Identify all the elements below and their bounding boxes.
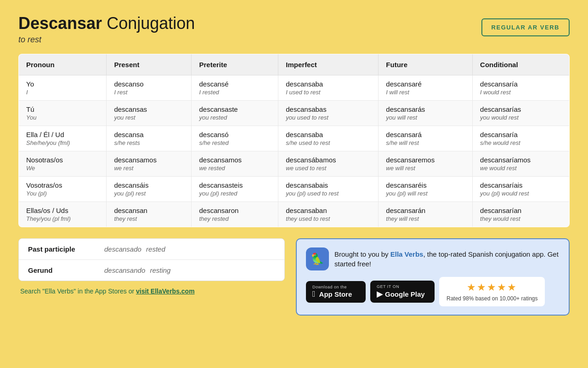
cell-sub-text: you would rest — [480, 114, 562, 121]
page-header: Descansar Conjugation to rest REGULAR AR… — [18, 14, 570, 45]
cell-main-text: descansábamos — [286, 156, 371, 164]
ella-verbs-brand-link[interactable]: Ella Verbs — [390, 250, 424, 258]
cell-sub-text: s/he used to rest — [286, 139, 371, 146]
cell-main-text: descansaron — [199, 207, 271, 214]
cell-sub-text: you (pl) used to rest — [286, 190, 371, 197]
table-cell: descansasyou rest — [107, 101, 192, 126]
table-row: Nosotras/osWedescansamoswe restdescansam… — [19, 151, 570, 177]
cell-main-text: descansarían — [480, 207, 562, 214]
cell-main-text: descansaré — [386, 80, 465, 88]
cell-sub-text: you (pl) rest — [114, 190, 184, 197]
page-subtitle: to rest — [18, 35, 195, 45]
promo-card: 🦜 Brought to you by Ella Verbs, the top-… — [296, 238, 570, 316]
cell-main-text: descansan — [114, 207, 184, 214]
promo-icon: 🦜 — [306, 247, 329, 270]
cell-sub-text: s/he rested — [199, 139, 271, 146]
table-cell: descansaréisyou (pl) will rest — [379, 177, 473, 202]
google-play-button[interactable]: GET IT ON ▶ Google Play — [370, 281, 435, 303]
past-participle-label: Past participle — [28, 245, 102, 253]
table-cell: descansaríamoswe would rest — [473, 151, 570, 177]
table-cell: descansabasyou used to rest — [278, 101, 379, 126]
cell-sub-text: s/he rests — [114, 139, 184, 146]
past-participle-row: Past participle descansado rested — [19, 239, 284, 260]
table-cell: descansaríaisyou (pl) would rest — [473, 177, 570, 202]
table-cell: descansaríanthey would rest — [473, 202, 570, 227]
cell-main-text: Nosotras/os — [26, 156, 99, 164]
bottom-section: Past participle descansado rested Gerund… — [18, 238, 570, 316]
cell-main-text: descanso — [114, 80, 184, 88]
table-cell: descansós/he rested — [192, 126, 278, 151]
star-rating: ★★★★★ — [467, 282, 517, 293]
table-cell: descansarásyou will rest — [379, 101, 473, 126]
cell-main-text: Vosotras/os — [26, 181, 99, 189]
cell-main-text: descansaría — [480, 131, 562, 138]
col-preterite: Preterite — [192, 54, 278, 75]
cell-main-text: descansamos — [114, 156, 184, 164]
table-cell: descansaremoswe will rest — [379, 151, 473, 177]
table-cell: descansabaI used to rest — [278, 75, 379, 101]
ella-verbs-link[interactable]: visit EllaVerbs.com — [136, 288, 195, 295]
table-row: Ella / Él / UdShe/he/you (fml)descansas/… — [19, 126, 570, 151]
table-cell: descansasteisyou (pl) rested — [192, 177, 278, 202]
cell-sub-text: I rest — [114, 89, 184, 96]
table-cell: descansamoswe rest — [107, 151, 192, 177]
cell-main-text: descansaríais — [480, 181, 562, 189]
app-store-button[interactable]: Download on the  App Store — [306, 281, 366, 303]
google-play-large-text: Google Play — [385, 290, 425, 298]
col-future: Future — [379, 54, 473, 75]
table-cell: YoI — [19, 75, 107, 101]
table-cell: descansábamoswe used to rest — [278, 151, 379, 177]
page-title: Descansar Conjugation — [18, 14, 195, 33]
col-pronoun: Pronoun — [19, 54, 107, 75]
cell-sub-text: we would rest — [480, 165, 562, 172]
cell-main-text: descansas — [114, 105, 184, 113]
table-cell: descanséI rested — [192, 75, 278, 101]
cell-main-text: descansaríamos — [480, 156, 562, 164]
app-store-large-text: App Store — [319, 290, 352, 298]
table-cell: descansoI rest — [107, 75, 192, 101]
cell-sub-text: we used to rest — [286, 165, 371, 172]
table-cell: descansarás/he will rest — [379, 126, 473, 151]
participle-table: Past participle descansado rested Gerund… — [18, 238, 285, 281]
table-cell: descansabas/he used to rest — [278, 126, 379, 151]
table-cell: descansanthey rest — [107, 202, 192, 227]
rating-box: ★★★★★ Rated 98% based on 10,000+ ratings — [439, 277, 545, 306]
col-imperfect: Imperfect — [278, 54, 379, 75]
cell-sub-text: s/he would rest — [480, 139, 562, 146]
cell-main-text: descansaste — [199, 105, 271, 113]
table-cell: descansaránthey will rest — [379, 202, 473, 227]
table-cell: descansarías/he would rest — [473, 126, 570, 151]
cell-sub-text: I rested — [199, 89, 271, 96]
table-cell: descansaréI will rest — [379, 75, 473, 101]
table-row: Ellas/os / UdsThey/you (pl fml)descansan… — [19, 202, 570, 227]
cell-sub-text: you (pl) would rest — [480, 190, 562, 197]
cell-sub-text: We — [26, 165, 99, 172]
google-play-icon: ▶ — [377, 289, 383, 299]
cell-main-text: descansabas — [286, 105, 371, 113]
table-cell: descansaríasyou would rest — [473, 101, 570, 126]
cell-sub-text: I used to rest — [286, 89, 371, 96]
table-cell: Vosotras/osYou (pl) — [19, 177, 107, 202]
cell-sub-text: you will rest — [386, 114, 465, 121]
cell-main-text: Ellas/os / Uds — [26, 207, 99, 214]
table-cell: descansabanthey used to rest — [278, 202, 379, 227]
apple-icon:  — [312, 289, 316, 299]
cell-main-text: Yo — [26, 80, 99, 88]
table-row: Vosotras/osYou (pl)descansáisyou (pl) re… — [19, 177, 570, 202]
cell-sub-text: You — [26, 114, 99, 121]
verb-type-badge: REGULAR AR VERB — [481, 18, 570, 36]
cell-main-text: Tú — [26, 105, 99, 113]
cell-main-text: descansaremos — [386, 156, 465, 164]
table-cell: Ella / Él / UdShe/he/you (fml) — [19, 126, 107, 151]
cell-main-text: descansáis — [114, 181, 184, 189]
gerund-label: Gerund — [28, 266, 102, 274]
cell-sub-text: we will rest — [386, 165, 465, 172]
search-text: Search "Ella Verbs" in the App Stores or… — [18, 288, 285, 295]
cell-main-text: Ella / Él / Ud — [26, 131, 99, 138]
cell-sub-text: I — [26, 89, 99, 96]
cell-sub-text: you (pl) will rest — [386, 190, 465, 197]
conjugation-table: Pronoun Present Preterite Imperfect Futu… — [18, 54, 570, 227]
gerund-row: Gerund descansando resting — [19, 260, 284, 281]
table-cell: descansaronthey rested — [192, 202, 278, 227]
cell-sub-text: they rested — [199, 215, 271, 222]
